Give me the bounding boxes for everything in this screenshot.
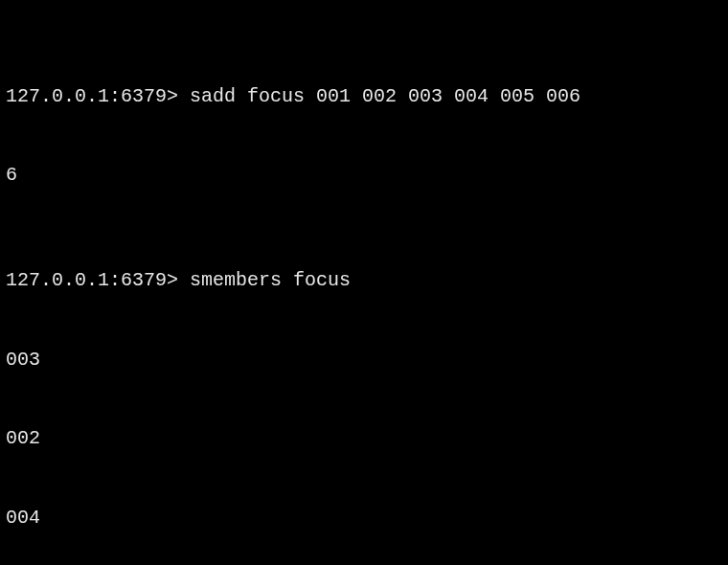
command-text: smembers focus [190, 269, 351, 291]
prompt: 127.0.0.1:6379> [6, 269, 190, 291]
output-line: 004 [6, 505, 722, 531]
command-line: 127.0.0.1:6379> sadd focus 001 002 003 0… [6, 83, 722, 110]
prompt: 127.0.0.1:6379> [6, 85, 190, 107]
command-line: 127.0.0.1:6379> smembers focus [6, 267, 722, 294]
output-line: 002 [6, 425, 722, 452]
output-line: 003 [6, 347, 722, 373]
output-line: 6 [6, 162, 722, 189]
terminal[interactable]: 127.0.0.1:6379> sadd focus 001 002 003 0… [0, 0, 728, 565]
command-text: sadd focus 001 002 003 004 005 006 [190, 85, 580, 107]
